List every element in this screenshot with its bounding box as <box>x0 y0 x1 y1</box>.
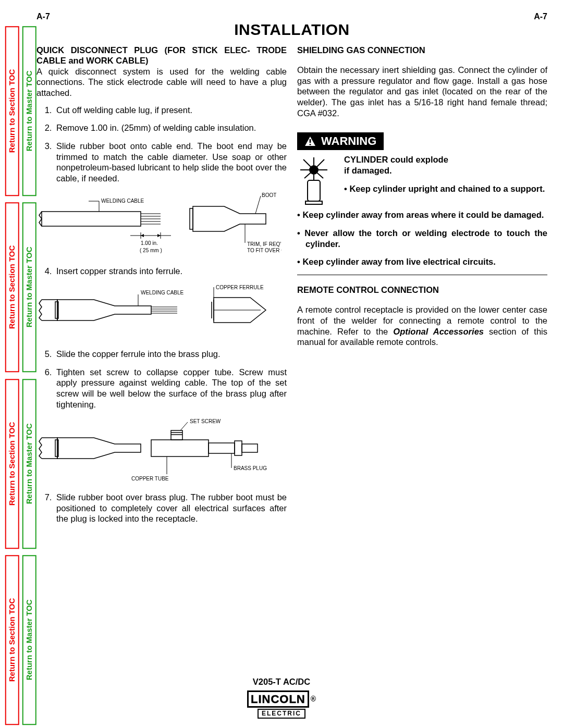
svg-text:WELDING CABLE: WELDING CABLE <box>141 290 184 295</box>
svg-text:TO FIT OVER CABLE: TO FIT OVER CABLE <box>247 248 282 253</box>
svg-rect-49 <box>305 201 322 204</box>
svg-text:BOOT: BOOT <box>262 192 276 198</box>
step-6: Tighten set screw to collapse copper tub… <box>54 367 287 410</box>
svg-text:1.00 in.: 1.00 in. <box>141 240 158 246</box>
warning-label: WARNING <box>297 132 384 151</box>
warning-bullet-1: Keep cylinder away from areas where it c… <box>297 209 547 220</box>
svg-text:COPPER TUBE: COPPER TUBE <box>131 476 169 482</box>
shielding-gas-body: Obtain the necessary inert shielding gas… <box>297 65 547 118</box>
return-master-toc-2[interactable]: Return to Master TOC <box>22 202 36 372</box>
svg-text:BRASS PLUG: BRASS PLUG <box>234 465 267 471</box>
shielding-gas-heading: SHIELDING GAS CONNECTION <box>297 45 547 56</box>
remote-control-heading: REMOTE CONTROL CONNECTION <box>297 285 547 295</box>
step-7: Slide rubber boot over brass plug. The r… <box>54 492 287 524</box>
footer: V205-T AC/DC LINCOLN ® ELECTRIC <box>0 676 563 719</box>
svg-rect-19 <box>55 302 58 318</box>
svg-rect-47 <box>310 144 311 145</box>
warning-headline-2: if damaged. <box>344 165 547 176</box>
quick-disconnect-heading: QUICK DISCONNECT PLUG (FOR STICK ELEC- T… <box>36 45 287 66</box>
sidebar: Return to Section TOC Return to Section … <box>5 26 36 725</box>
step-2: Remove 1.00 in. (25mm) of welding cable … <box>54 122 287 133</box>
remote-control-body: A remote control receptacle is provided … <box>297 304 547 348</box>
model-number: V205-T AC/DC <box>0 676 563 687</box>
svg-text:( 25 mm ): ( 25 mm ) <box>140 248 162 253</box>
quick-disconnect-intro: A quick disconnect system is used for th… <box>36 66 287 98</box>
svg-rect-10 <box>190 208 193 229</box>
right-column: SHIELDING GAS CONNECTION Obtain the nece… <box>297 45 547 532</box>
svg-text:TRIM, IF REQ'D: TRIM, IF REQ'D <box>247 241 282 247</box>
return-section-toc-2[interactable]: Return to Section TOC <box>5 202 19 372</box>
page-code-right: A-7 <box>534 11 547 22</box>
svg-rect-33 <box>171 430 182 440</box>
return-master-toc-3[interactable]: Return to Master TOC <box>22 379 36 549</box>
step-3: Slide rubber boot onto cable end. The bo… <box>54 141 287 184</box>
svg-line-39 <box>180 422 188 430</box>
svg-rect-36 <box>209 443 235 453</box>
page-title: INSTALLATION <box>36 20 547 40</box>
return-master-toc-4[interactable]: Return to Master TOC <box>22 555 36 725</box>
page-code-left: A-7 <box>36 11 50 22</box>
svg-text:COPPER FERRULE: COPPER FERRULE <box>216 285 264 290</box>
left-column: QUICK DISCONNECT PLUG (FOR STICK ELEC- T… <box>36 45 287 532</box>
svg-rect-38 <box>242 444 258 452</box>
warning-headline-1: CYLINDER could explode <box>344 154 547 165</box>
brand-sub: ELECTRIC <box>258 709 305 719</box>
warning-text: WARNING <box>321 134 376 149</box>
warning-bullet-0: Keep cylinder upright and chained to a s… <box>344 183 547 194</box>
warning-bullet-2: Never allow the torch or welding electro… <box>297 228 547 249</box>
svg-rect-48 <box>308 180 320 201</box>
return-master-toc-1[interactable]: Return to Master TOC <box>22 26 36 196</box>
warning-bullet-3: Keep cylinder away from live electrical … <box>297 256 547 267</box>
lincoln-logo: LINCOLN ® ELECTRIC <box>0 690 563 719</box>
explosion-icon <box>297 154 338 206</box>
step-4: Insert copper strands into ferrule. <box>54 266 287 277</box>
step-5: Slide the copper ferrule into the brass … <box>54 349 287 360</box>
svg-text:WELDING CABLE: WELDING CABLE <box>101 198 144 204</box>
diagram-brass-plug: SET SCREW BRASS PLUG COPPER TUBE <box>36 417 287 485</box>
svg-rect-0 <box>42 212 141 226</box>
return-section-toc-3[interactable]: Return to Section TOC <box>5 379 19 549</box>
return-section-toc-1[interactable]: Return to Section TOC <box>5 26 19 196</box>
svg-text:SET SCREW: SET SCREW <box>190 418 221 424</box>
step-1: Cut off welding cable lug, if present. <box>54 105 287 116</box>
return-section-toc-4[interactable]: Return to Section TOC <box>5 555 19 725</box>
diagram-ferrule: WELDING CABLE COPPER FERRULE <box>36 284 287 341</box>
brand-main: LINCOLN <box>247 690 309 708</box>
svg-line-11 <box>255 196 261 214</box>
svg-rect-46 <box>310 139 311 143</box>
svg-rect-31 <box>55 440 58 456</box>
diagram-cable-boot: WELDING CABLE BOOT 1.00 in. ( 25 mm ) TR… <box>36 191 287 258</box>
registered-icon: ® <box>311 695 316 704</box>
svg-rect-37 <box>235 441 242 455</box>
divider <box>297 275 547 275</box>
svg-rect-32 <box>151 440 209 456</box>
svg-point-57 <box>310 166 318 174</box>
warning-triangle-icon <box>304 136 316 146</box>
